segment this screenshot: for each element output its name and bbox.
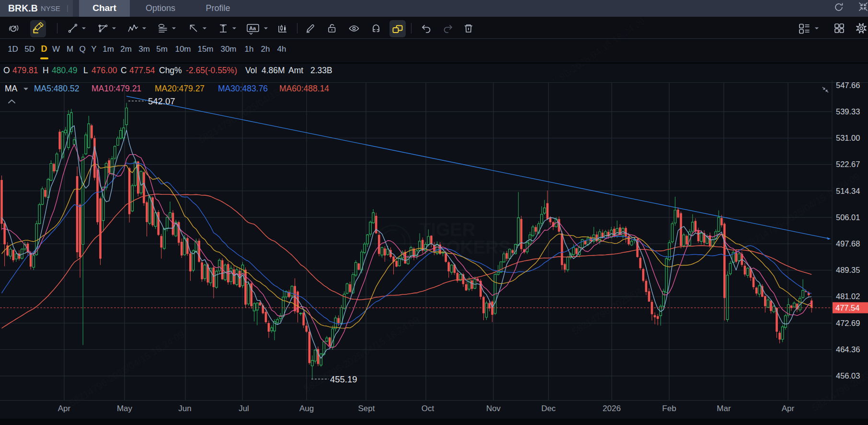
svg-text:497.68: 497.68 (836, 239, 860, 248)
svg-text:531.00: 531.00 (836, 134, 860, 142)
svg-text:Jul: Jul (239, 404, 249, 413)
svg-text:542.07: 542.07 (148, 96, 175, 106)
svg-text:514.34: 514.34 (836, 187, 860, 195)
svg-text:506.01: 506.01 (836, 213, 860, 222)
svg-text:Jun: Jun (178, 404, 191, 413)
svg-text:Aug: Aug (299, 404, 314, 413)
svg-text:Mar: Mar (717, 404, 731, 413)
svg-text:464.36: 464.36 (836, 345, 860, 354)
svg-text:522.67: 522.67 (836, 160, 860, 168)
svg-text:Aa: Aa (249, 25, 256, 31)
svg-text:472.69: 472.69 (836, 319, 860, 327)
svg-text:489.35: 489.35 (836, 266, 860, 274)
svg-text:455.19: 455.19 (330, 374, 357, 384)
svg-text:2026: 2026 (603, 404, 621, 413)
svg-text:Nov: Nov (486, 404, 501, 413)
svg-text:539.33: 539.33 (836, 107, 860, 116)
svg-text:481.02: 481.02 (836, 292, 860, 301)
svg-text:Feb: Feb (662, 404, 676, 413)
svg-text:Apr: Apr (58, 404, 71, 413)
svg-text:Sept: Sept (358, 404, 375, 413)
svg-text:Oct: Oct (422, 404, 434, 413)
svg-text:547.66: 547.66 (836, 81, 860, 89)
svg-text:Dec: Dec (541, 404, 556, 413)
svg-text:477.54: 477.54 (835, 303, 859, 312)
svg-text:May: May (117, 404, 133, 413)
svg-text:Apr: Apr (782, 404, 795, 413)
svg-text:456.03: 456.03 (836, 371, 860, 380)
